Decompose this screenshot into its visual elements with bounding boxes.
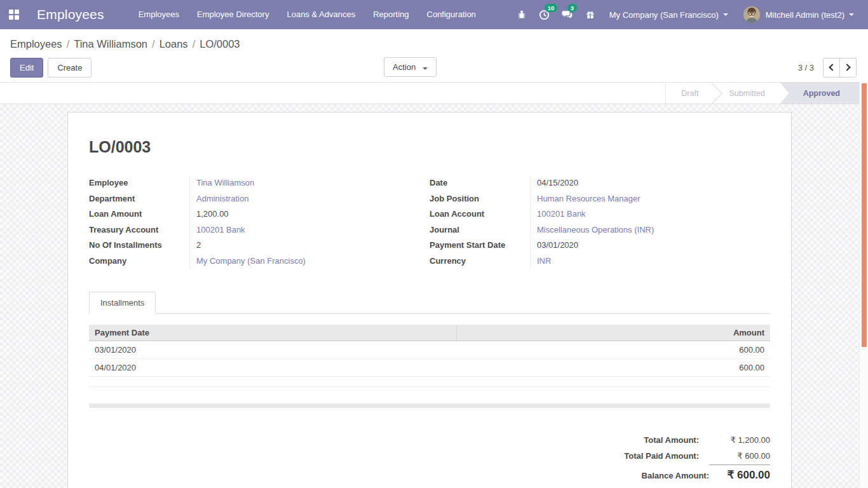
breadcrumb-employee[interactable]: Tina Williamson [74,38,147,50]
field-value-job-position[interactable]: Human Resources Manager [530,191,770,207]
tab-installments[interactable]: Installments [89,292,156,314]
app-menu: Employees Employee Directory Loans & Adv… [130,0,485,29]
cell-amount: 600.00 [457,358,770,376]
pager-next-button[interactable] [839,58,857,78]
field-value-date: 04/15/2020 [530,175,770,191]
messages-count-badge: 3 [567,4,577,12]
bug-icon [517,10,527,20]
chevron-left-icon [829,64,836,71]
breadcrumb-employees[interactable]: Employees [10,38,62,50]
installments-table-wrap: Payment Date Amount 03/01/2020 600.00 04… [89,325,770,408]
status-step-draft[interactable]: Draft [666,83,714,104]
gift-icon [585,10,595,20]
chevron-right-icon [843,64,850,71]
column-header-amount[interactable]: Amount [457,325,770,341]
balance-row: Balance Amount: ₹ 600.00 [642,464,770,484]
field-label-job-position: Job Position [430,191,530,207]
field-label-date: Date [430,175,530,191]
menu-configuration[interactable]: Configuration [418,0,485,29]
user-name: Mitchell Admin (test2) [766,10,844,20]
breadcrumb-current: LO/0003 [200,38,240,50]
total-amount-row: Total Amount: ₹ 1,200.00 [644,432,770,448]
status-step-submitted[interactable]: Submitted [714,83,780,104]
total-paid-label: Total Paid Amount: [624,448,699,464]
apps-grid-icon [9,10,19,20]
control-panel: Edit Create Action 3 / 3 [0,53,868,82]
user-avatar [743,6,760,23]
field-label-loan-account: Loan Account [430,207,530,222]
user-menu[interactable]: Mitchell Admin (test2) [736,0,862,29]
tab-bar: Installments [89,291,770,314]
chevron-down-icon [723,13,728,16]
field-value-currency[interactable]: INR [530,254,770,269]
vertical-scrollbar[interactable] [859,82,868,488]
scrollbar-thumb[interactable] [862,83,867,347]
field-label-installments: No Of Installments [89,238,189,254]
field-label-employee: Employee [89,175,189,191]
chevron-down-icon [423,67,428,70]
totals-block: Total Amount: ₹ 1,200.00 Total Paid Amou… [89,432,770,484]
balance-label: Balance Amount: [642,468,709,484]
pager-counter: 3 / 3 [798,63,814,72]
record-title: LO/0003 [89,138,770,156]
field-value-company[interactable]: My Company (San Francisco) [189,254,430,269]
content-area: LO/0003 EmployeeTina Williamson Departme… [0,104,859,488]
chevron-down-icon [849,13,854,16]
total-paid-row: Total Paid Amount: ₹ 600.00 [624,448,770,464]
menu-employee-directory[interactable]: Employee Directory [188,0,278,29]
messages-button[interactable]: 3 [556,0,579,29]
pager-previous-button[interactable] [823,58,840,78]
pager: 3 / 3 [798,58,857,78]
activities-button[interactable]: 10 [533,0,556,29]
field-label-loan-amount: Loan Amount [89,207,189,222]
app-name[interactable]: Employees [37,7,104,22]
field-label-payment-start-date: Payment Start Date [430,238,530,254]
menu-loans-advances[interactable]: Loans & Advances [278,0,364,29]
company-switcher[interactable]: My Company (San Francisco) [602,0,736,29]
field-label-company: Company [89,254,189,269]
table-row-empty [89,376,770,386]
field-value-loan-amount: 1,200.00 [189,207,430,222]
edit-button[interactable]: Edit [10,58,43,78]
create-button[interactable]: Create [48,58,92,78]
breadcrumb-loans[interactable]: Loans [159,38,188,50]
notebook: Installments Payment Date Amount [89,291,770,408]
field-group: EmployeeTina Williamson DepartmentAdmini… [89,175,770,269]
action-dropdown-button[interactable]: Action [384,57,437,77]
field-label-department: Department [89,191,189,207]
total-amount-value: ₹ 1,200.00 [699,432,770,448]
field-label-currency: Currency [430,254,530,269]
cell-amount: 600.00 [457,341,770,358]
field-value-treasury-account[interactable]: 100201 Bank [189,222,430,238]
field-value-journal[interactable]: Miscellaneous Operations (INR) [530,222,770,238]
field-label-journal: Journal [430,222,530,238]
cell-payment-date: 04/01/2020 [89,358,457,376]
installments-table: Payment Date Amount 03/01/2020 600.00 04… [89,325,770,387]
field-value-employee[interactable]: Tina Williamson [189,175,430,191]
apps-menu-button[interactable] [0,0,28,29]
menu-reporting[interactable]: Reporting [364,0,417,29]
breadcrumb: Employees/Tina Williamson/Loans/LO/0003 [0,29,868,53]
field-label-treasury-account: Treasury Account [89,222,189,238]
table-row[interactable]: 03/01/2020 600.00 [89,341,770,358]
status-step-approved[interactable]: Approved [780,83,859,104]
table-footer-bar [89,403,770,408]
field-column-left: EmployeeTina Williamson DepartmentAdmini… [89,175,430,269]
table-row[interactable]: 04/01/2020 600.00 [89,358,770,376]
field-value-department[interactable]: Administration [189,191,430,207]
form-sheet: LO/0003 EmployeeTina Williamson Departme… [67,112,792,488]
gift-button[interactable] [579,0,602,29]
field-value-loan-account[interactable]: 100201 Bank [530,207,770,222]
cell-payment-date: 03/01/2020 [89,341,457,358]
debug-button[interactable] [510,0,533,29]
column-header-payment-date[interactable]: Payment Date [89,325,457,341]
total-paid-value: ₹ 600.00 [699,448,770,464]
total-amount-label: Total Amount: [644,432,699,448]
systray: 10 3 My Company (San Francis [510,0,868,29]
field-value-installments: 2 [189,238,430,254]
field-value-payment-start-date: 03/01/2020 [530,238,770,254]
field-column-right: Date04/15/2020 Job PositionHuman Resourc… [430,175,770,269]
menu-employees[interactable]: Employees [130,0,188,29]
statusbar: Draft Submitted Approved [0,82,859,104]
top-navbar: Employees Employees Employee Directory L… [0,0,868,29]
